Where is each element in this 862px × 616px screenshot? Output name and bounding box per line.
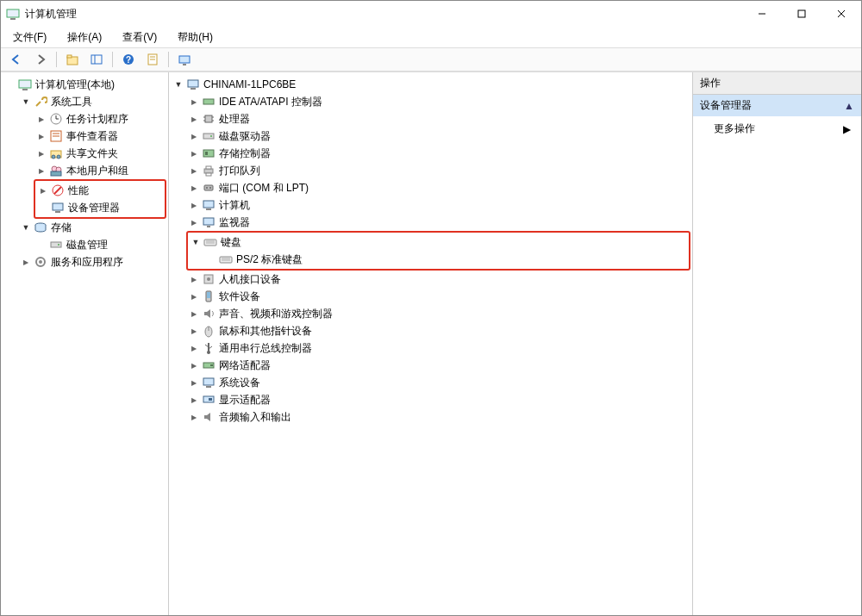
expander-icon[interactable] <box>190 236 202 248</box>
menu-view[interactable]: 查看(V) <box>117 28 162 47</box>
expander-icon[interactable] <box>188 394 200 406</box>
computer-management-icon <box>6 7 20 21</box>
device-audio-io[interactable]: 音频输入和输出 <box>186 408 690 426</box>
menu-action[interactable]: 操作(A) <box>62 28 107 47</box>
tree-label: 存储控制器 <box>219 146 271 161</box>
expander-icon[interactable] <box>188 165 200 177</box>
device-storage-controllers[interactable]: 存储控制器 <box>186 145 690 162</box>
device-tree-root[interactable]: CHINAMI-1LPC6BE <box>171 76 690 93</box>
expander-icon[interactable] <box>188 308 200 320</box>
tree-performance[interactable]: 性能 <box>35 182 165 199</box>
menu-help[interactable]: 帮助(H) <box>172 28 218 47</box>
tree-label: 软件设备 <box>219 289 260 304</box>
expander-icon[interactable] <box>188 182 200 194</box>
expander-icon[interactable] <box>35 165 47 177</box>
svg-rect-17 <box>19 80 31 88</box>
expander-icon[interactable] <box>188 199 200 211</box>
tree-label: IDE ATA/ATAPI 控制器 <box>219 95 322 109</box>
device-software-devices[interactable]: 软件设备 <box>186 288 690 305</box>
device-ports[interactable]: 端口 (COM 和 LPT) <box>186 179 690 196</box>
device-processors[interactable]: 处理器 <box>186 110 690 128</box>
expander-icon[interactable] <box>20 256 32 268</box>
device-network[interactable]: 网络适配器 <box>186 357 690 374</box>
expander-icon[interactable] <box>188 359 200 371</box>
svg-rect-55 <box>204 185 213 190</box>
back-button[interactable] <box>6 50 27 69</box>
actions-category-label: 设备管理器 <box>700 98 752 113</box>
device-keyboards[interactable]: 键盘 <box>188 233 689 251</box>
device-hid[interactable]: 人机接口设备 <box>186 271 690 288</box>
expander-icon[interactable] <box>188 113 200 125</box>
computer-management-icon <box>18 78 32 91</box>
expander-icon[interactable] <box>37 184 49 196</box>
expander-icon[interactable] <box>188 147 200 159</box>
cpu-icon <box>202 112 216 126</box>
actions-category[interactable]: 设备管理器 ▲ <box>693 95 861 116</box>
device-mice[interactable]: 鼠标和其他指针设备 <box>186 322 690 339</box>
tree-task-scheduler[interactable]: 任务计划程序 <box>34 110 166 128</box>
network-icon <box>202 358 216 372</box>
scan-button[interactable] <box>174 50 195 69</box>
help-button[interactable]: ? <box>118 50 139 69</box>
collapse-icon: ▲ <box>844 100 854 112</box>
expander-icon[interactable] <box>188 342 200 354</box>
maximize-button[interactable] <box>782 1 821 27</box>
expander-icon[interactable] <box>20 96 32 108</box>
toolbar-separator <box>168 52 169 67</box>
device-computers[interactable]: 计算机 <box>186 196 690 214</box>
tree-storage[interactable]: 存储 <box>18 219 166 236</box>
device-monitors[interactable]: 监视器 <box>186 214 690 231</box>
show-hide-tree-button[interactable] <box>86 50 107 69</box>
device-ps2-keyboard[interactable]: PS/2 标准键盘 <box>203 251 689 268</box>
tree-services-apps[interactable]: 服务和应用程序 <box>18 253 166 271</box>
close-button[interactable] <box>821 1 861 27</box>
expander-icon[interactable] <box>35 130 47 142</box>
expander-icon[interactable] <box>188 130 200 142</box>
tree-event-viewer[interactable]: 事件查看器 <box>34 128 166 145</box>
expander-icon[interactable] <box>188 411 200 423</box>
device-sound[interactable]: 声音、视频和游戏控制器 <box>186 305 690 322</box>
expander-icon[interactable] <box>188 96 200 108</box>
expander-icon[interactable] <box>172 78 184 90</box>
svg-point-49 <box>210 135 212 137</box>
expander-icon[interactable] <box>188 325 200 337</box>
minimize-button[interactable] <box>742 1 782 27</box>
keyboard-icon <box>219 252 233 266</box>
mouse-icon <box>202 324 216 338</box>
expander-icon[interactable] <box>35 147 47 159</box>
users-icon <box>49 164 63 177</box>
expander-icon[interactable] <box>20 221 32 233</box>
properties-button[interactable] <box>142 50 163 69</box>
expander-icon[interactable] <box>188 290 200 302</box>
device-ide-atapi[interactable]: IDE ATA/ATAPI 控制器 <box>186 93 690 110</box>
device-usb[interactable]: 通用串行总线控制器 <box>186 339 690 357</box>
tree-shared-folders[interactable]: 共享文件夹 <box>34 145 166 162</box>
tree-label: 人机接口设备 <box>219 272 281 287</box>
tree-disk-management[interactable]: 磁盘管理 <box>34 236 166 253</box>
menu-file[interactable]: 文件(F) <box>8 28 52 47</box>
forward-button[interactable] <box>30 50 51 69</box>
tree-root[interactable]: 计算机管理(本地) <box>3 76 166 93</box>
expander-icon[interactable] <box>188 216 200 228</box>
device-display[interactable]: 显示适配器 <box>186 391 690 408</box>
expander-icon[interactable] <box>188 376 200 389</box>
tree-system-tools[interactable]: 系统工具 <box>18 93 166 110</box>
device-system-devices[interactable]: 系统设备 <box>186 374 690 391</box>
svg-rect-7 <box>67 55 72 58</box>
tree-local-users[interactable]: 本地用户和组 <box>34 162 166 179</box>
toolbar: ? <box>1 47 861 72</box>
tools-icon <box>34 95 47 109</box>
svg-rect-8 <box>91 55 102 64</box>
tree-device-manager[interactable]: 设备管理器 <box>35 199 165 216</box>
expander-icon[interactable] <box>35 113 47 125</box>
audio-io-icon <box>202 410 216 424</box>
up-button[interactable] <box>62 50 83 69</box>
tree-label: PS/2 标准键盘 <box>236 252 303 267</box>
svg-rect-40 <box>188 80 198 87</box>
device-print-queues[interactable]: 打印队列 <box>186 162 690 179</box>
svg-rect-16 <box>183 64 186 65</box>
device-disk-drives[interactable]: 磁盘驱动器 <box>186 128 690 145</box>
display-adapter-icon <box>202 393 216 407</box>
expander-icon[interactable] <box>188 273 200 285</box>
actions-more[interactable]: 更多操作 ▶ <box>693 116 861 141</box>
